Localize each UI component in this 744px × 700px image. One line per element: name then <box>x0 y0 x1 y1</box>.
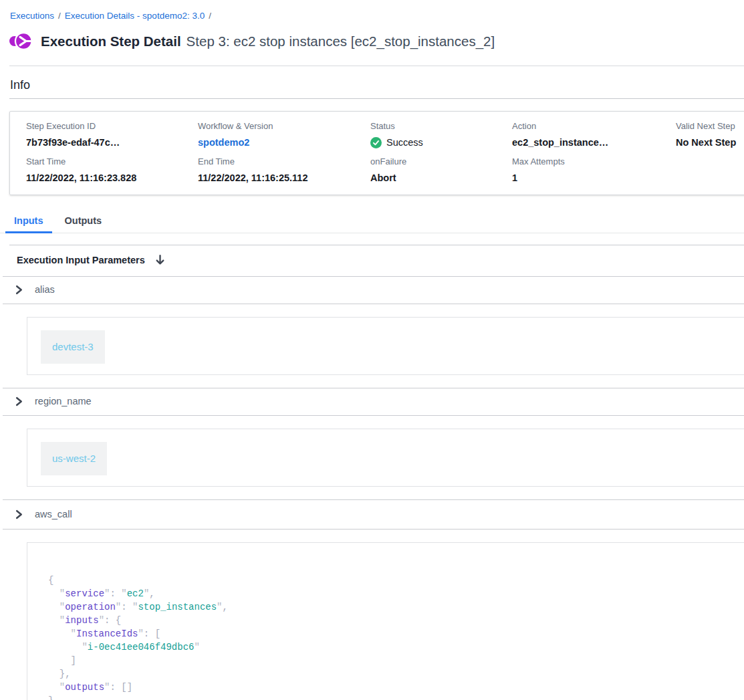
tab-inputs[interactable]: Inputs <box>5 211 52 233</box>
breadcrumb-separator: / <box>209 11 211 21</box>
parameter-row[interactable]: aws_call <box>0 500 744 529</box>
parameter-section-region_name: region_name us-west-2 <box>0 388 744 487</box>
parameter-row[interactable]: region_name <box>0 388 744 415</box>
breadcrumb-link[interactable]: Execution Details - spotdemo2: 3.0 <box>65 11 205 21</box>
page-subtitle: Step 3: ec2 stop instances [ec2_stop_ins… <box>187 33 495 49</box>
json-code-block: { "service": "ec2", "operation": "stop_i… <box>48 574 744 700</box>
breadcrumb: Executions/Execution Details - spotdemo2… <box>0 0 744 21</box>
info-field: Max Attempts 1 <box>512 156 676 184</box>
info-field-label: Status <box>370 121 512 132</box>
info-field-value: 11/22/2022, 11:16:25.112 <box>198 172 370 184</box>
page-title: Execution Step Detail <box>41 33 181 49</box>
parameter-value-chip: us-west-2 <box>41 442 107 475</box>
tab-outputs[interactable]: Outputs <box>56 211 111 233</box>
info-field-label: End Time <box>198 156 370 167</box>
parameter-value-chip: devtest-3 <box>41 330 105 364</box>
info-section-heading: Info <box>10 78 744 93</box>
info-field: Start Time 11/22/2022, 11:16:23.828 <box>26 156 198 184</box>
parameter-value-panel: us-west-2 <box>27 429 744 487</box>
parameter-sections: alias devtest-3 region_name us-west-2 aw <box>0 276 744 700</box>
info-field-value: 7b73f93e-edaf-47c… <box>26 136 198 148</box>
chevron-right-icon[interactable] <box>15 509 23 519</box>
parameter-value-panel: devtest-3 <box>27 317 744 375</box>
info-field: Step Execution ID 7b73f93e-edaf-47c… <box>26 121 198 148</box>
info-field-value: Abort <box>370 172 512 184</box>
info-field: Workflow & Version spotdemo2 <box>198 121 370 148</box>
divider <box>3 415 744 416</box>
info-field: Action ec2_stop_instance… <box>512 121 676 148</box>
info-card: Step Execution ID 7b73f93e-edaf-47c… Wor… <box>9 111 744 195</box>
info-field-label: onFailure <box>370 156 512 167</box>
divider <box>3 529 744 530</box>
parameter-name: alias <box>35 284 55 296</box>
info-field: Valid Next Step No Next Step <box>676 121 744 148</box>
info-field: End Time 11/22/2022, 11:16:25.112 <box>198 156 370 184</box>
breadcrumb-link[interactable]: Executions <box>10 11 54 21</box>
info-field: Status Success <box>370 121 512 148</box>
info-field-label: Start Time <box>26 156 198 167</box>
info-field-value: No Next Step <box>676 136 744 148</box>
info-field-value: 11/22/2022, 11:16:23.828 <box>26 172 198 184</box>
chevron-right-icon[interactable] <box>15 285 23 295</box>
success-check-icon <box>370 137 382 148</box>
arrow-down-icon[interactable] <box>155 254 165 265</box>
parameter-name: aws_call <box>35 509 72 520</box>
divider <box>3 304 744 304</box>
parameter-name: region_name <box>35 396 92 407</box>
info-field-value: ec2_stop_instance… <box>512 136 676 148</box>
parameter-value-panel: { "service": "ec2", "operation": "stop_i… <box>27 542 744 700</box>
breadcrumb-separator: / <box>58 11 61 21</box>
chevron-right-icon[interactable] <box>15 396 23 406</box>
status-badge: Success <box>370 136 512 148</box>
info-field-label: Max Attempts <box>512 156 676 167</box>
page-header: Execution Step Detail Step 3: ec2 stop i… <box>9 31 744 51</box>
execution-input-parameters-header: Execution Input Parameters <box>0 245 744 276</box>
parameter-section-aws_call: aws_call { "service": "ec2", "operation"… <box>0 499 744 700</box>
info-field-value: 1 <box>512 172 676 184</box>
parameters-title: Execution Input Parameters <box>17 255 145 265</box>
parameter-row[interactable]: alias <box>0 277 744 304</box>
divider <box>9 98 744 99</box>
info-field-label: Action <box>512 121 676 132</box>
info-field-label: Valid Next Step <box>676 121 744 132</box>
info-field: onFailure Abort <box>370 156 512 184</box>
info-field-label: Workflow & Version <box>198 121 370 132</box>
tab-bar: Inputs Outputs <box>0 211 744 233</box>
status-text: Success <box>386 136 423 148</box>
divider <box>9 66 744 66</box>
workflow-logo-icon <box>9 31 32 51</box>
info-field-label: Step Execution ID <box>26 121 198 132</box>
workflow-link[interactable]: spotdemo2 <box>198 136 370 148</box>
parameter-section-alias: alias devtest-3 <box>0 276 744 375</box>
